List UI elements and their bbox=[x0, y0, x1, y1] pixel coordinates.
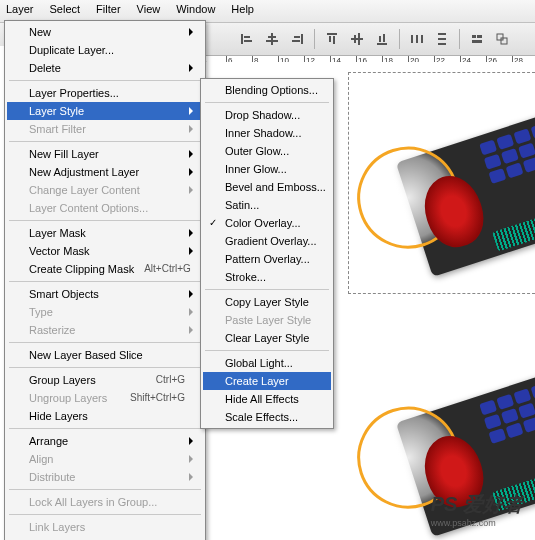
menu-item-hide-layers[interactable]: Hide Layers bbox=[7, 407, 203, 425]
svg-rect-5 bbox=[266, 40, 278, 42]
watermark: PS 爱好者 www.psahz.com bbox=[431, 491, 523, 528]
svg-rect-13 bbox=[354, 35, 356, 43]
menu-item-global-light[interactable]: Global Light... bbox=[203, 354, 331, 372]
menu-item-new[interactable]: New bbox=[7, 23, 203, 41]
menu-item-blending-options[interactable]: Blending Options... bbox=[203, 81, 331, 99]
align-left-icon[interactable] bbox=[236, 28, 258, 50]
svg-rect-15 bbox=[377, 43, 387, 45]
menu-item-new-fill-layer[interactable]: New Fill Layer bbox=[7, 145, 203, 163]
menu-item-stroke[interactable]: Stroke... bbox=[203, 268, 331, 286]
menu-item-copy-layer-style[interactable]: Copy Layer Style bbox=[203, 293, 331, 311]
svg-rect-21 bbox=[438, 33, 446, 35]
menu-item-smart-objects[interactable]: Smart Objects bbox=[7, 285, 203, 303]
menu-item-paste-layer-style: Paste Layer Style bbox=[203, 311, 331, 329]
menu-item-pattern-overlay[interactable]: Pattern Overlay... bbox=[203, 250, 331, 268]
svg-rect-9 bbox=[327, 33, 337, 35]
svg-rect-24 bbox=[472, 35, 476, 38]
menu-item-smart-filter: Smart Filter bbox=[7, 120, 203, 138]
menu-item-arrange[interactable]: Arrange bbox=[7, 432, 203, 450]
align-right-icon[interactable] bbox=[286, 28, 308, 50]
svg-rect-10 bbox=[329, 36, 331, 42]
menu-item-create-clipping-mask[interactable]: Create Clipping MaskAlt+Ctrl+G bbox=[7, 260, 203, 278]
menu-item-rasterize: Rasterize bbox=[7, 321, 203, 339]
menu-filter[interactable]: Filter bbox=[94, 2, 122, 20]
svg-rect-7 bbox=[294, 36, 300, 38]
menu-item-change-layer-content: Change Layer Content bbox=[7, 181, 203, 199]
svg-rect-18 bbox=[411, 35, 413, 43]
menu-item-hide-all-effects[interactable]: Hide All Effects bbox=[203, 390, 331, 408]
menu-item-align: Align bbox=[7, 450, 203, 468]
menu-window[interactable]: Window bbox=[174, 2, 217, 20]
auto-blend-icon[interactable] bbox=[491, 28, 513, 50]
menu-item-lock-all-layers-in-group: Lock All Layers in Group... bbox=[7, 493, 203, 511]
svg-rect-20 bbox=[421, 35, 423, 43]
menu-item-new-adjustment-layer[interactable]: New Adjustment Layer bbox=[7, 163, 203, 181]
menu-item-drop-shadow[interactable]: Drop Shadow... bbox=[203, 106, 331, 124]
menu-item-link-layers: Link Layers bbox=[7, 518, 203, 536]
menu-item-layer-properties[interactable]: Layer Properties... bbox=[7, 84, 203, 102]
auto-align-icon[interactable] bbox=[466, 28, 488, 50]
menu-item-layer-content-options: Layer Content Options... bbox=[7, 199, 203, 217]
dist-v-icon[interactable] bbox=[431, 28, 453, 50]
menu-item-distribute: Distribute bbox=[7, 468, 203, 486]
align-hcenter-icon[interactable] bbox=[261, 28, 283, 50]
menu-item-type: Type bbox=[7, 303, 203, 321]
svg-rect-11 bbox=[333, 36, 335, 44]
menu-item-satin[interactable]: Satin... bbox=[203, 196, 331, 214]
svg-rect-1 bbox=[244, 36, 250, 38]
svg-rect-6 bbox=[301, 34, 303, 44]
menu-help[interactable]: Help bbox=[229, 2, 256, 20]
menu-layer[interactable]: Layer bbox=[4, 2, 36, 20]
menu-item-outer-glow[interactable]: Outer Glow... bbox=[203, 142, 331, 160]
svg-rect-12 bbox=[351, 38, 363, 40]
layer-style-submenu[interactable]: Blending Options...Drop Shadow...Inner S… bbox=[200, 78, 334, 429]
menu-view[interactable]: View bbox=[135, 2, 163, 20]
menu-item-ungroup-layers: Ungroup LayersShift+Ctrl+G bbox=[7, 389, 203, 407]
svg-rect-26 bbox=[472, 40, 482, 43]
svg-rect-19 bbox=[416, 35, 418, 43]
menu-item-inner-glow[interactable]: Inner Glow... bbox=[203, 160, 331, 178]
svg-rect-17 bbox=[383, 34, 385, 42]
menu-item-scale-effects[interactable]: Scale Effects... bbox=[203, 408, 331, 426]
align-vcenter-icon[interactable] bbox=[346, 28, 368, 50]
menu-item-group-layers[interactable]: Group LayersCtrl+G bbox=[7, 371, 203, 389]
menu-item-layer-mask[interactable]: Layer Mask bbox=[7, 224, 203, 242]
menu-select[interactable]: Select bbox=[48, 2, 83, 20]
svg-rect-0 bbox=[241, 34, 243, 44]
svg-rect-2 bbox=[244, 40, 252, 42]
svg-rect-22 bbox=[438, 38, 446, 40]
svg-rect-8 bbox=[292, 40, 300, 42]
svg-rect-25 bbox=[477, 35, 482, 38]
menu-item-select-linked-layers[interactable]: Select Linked Layers bbox=[7, 536, 203, 540]
svg-rect-3 bbox=[271, 33, 273, 45]
svg-rect-27 bbox=[497, 34, 503, 40]
menu-item-delete[interactable]: Delete bbox=[7, 59, 203, 77]
menu-item-inner-shadow[interactable]: Inner Shadow... bbox=[203, 124, 331, 142]
align-top-icon[interactable] bbox=[321, 28, 343, 50]
menu-item-duplicate-layer[interactable]: Duplicate Layer... bbox=[7, 41, 203, 59]
layer-menu[interactable]: NewDuplicate Layer...DeleteLayer Propert… bbox=[4, 20, 206, 540]
menu-item-color-overlay[interactable]: Color Overlay... bbox=[203, 214, 331, 232]
svg-rect-16 bbox=[379, 36, 381, 42]
menu-item-vector-mask[interactable]: Vector Mask bbox=[7, 242, 203, 260]
menu-item-gradient-overlay[interactable]: Gradient Overlay... bbox=[203, 232, 331, 250]
menu-item-clear-layer-style[interactable]: Clear Layer Style bbox=[203, 329, 331, 347]
dist-h-icon[interactable] bbox=[406, 28, 428, 50]
menu-item-new-layer-based-slice[interactable]: New Layer Based Slice bbox=[7, 346, 203, 364]
align-bottom-icon[interactable] bbox=[371, 28, 393, 50]
svg-rect-23 bbox=[438, 43, 446, 45]
svg-rect-28 bbox=[501, 38, 507, 44]
svg-rect-14 bbox=[358, 33, 360, 45]
svg-rect-4 bbox=[268, 36, 276, 38]
menu-item-layer-style[interactable]: Layer Style bbox=[7, 102, 203, 120]
menu-item-create-layer[interactable]: Create Layer bbox=[203, 372, 331, 390]
menu-item-bevel-and-emboss[interactable]: Bevel and Emboss... bbox=[203, 178, 331, 196]
